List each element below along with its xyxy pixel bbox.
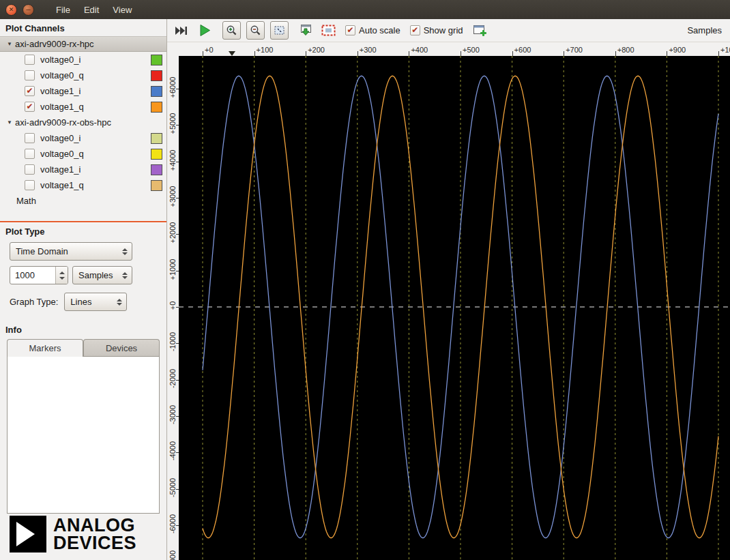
channel-label: voltage1_i [40,164,81,175]
channel-label: voltage0_q [40,149,84,159]
plot-channels-tree: ▼axi-adrv9009-rx-hpcvoltage0_ivoltage0_q… [0,36,166,193]
channel-label: voltage1_q [40,180,84,190]
channel-checkbox[interactable] [25,164,35,175]
x-tick-label: +600 [514,46,531,54]
capture-single-button[interactable] [174,26,188,35]
logo-line2: DEVICES [53,534,136,552]
plot-type-select[interactable]: Time Domain [10,242,132,261]
plot-area[interactable] [179,56,730,560]
x-tick [203,51,203,56]
auto-scale-label: Auto scale [359,25,400,35]
channel-row[interactable]: voltage0_i [0,52,166,68]
channel-row[interactable]: voltage1_q [0,177,166,193]
y-tick-label: +1000 [169,254,177,284]
x-tick-label: +200 [308,46,325,54]
y-tick-label: -7000 [169,545,177,560]
channel-row[interactable]: voltage1_i [0,162,166,177]
x-tick-label: +800 [617,46,634,54]
graph-type-select[interactable]: Lines [64,293,127,311]
channel-color-swatch [151,102,162,113]
zoom-out-button[interactable] [246,21,265,40]
expander-icon[interactable]: ▼ [4,119,15,126]
samples-axis-label: Samples [687,25,730,35]
y-tick-label: +4000 [169,145,177,175]
x-tick [718,51,719,56]
channel-row[interactable]: voltage0_q [0,68,166,83]
x-tick-label: +500 [463,46,480,54]
x-tick [667,51,667,56]
chevron-updown-icon [122,272,128,279]
fullscreen-button[interactable] [321,25,336,36]
channel-color-swatch [151,133,162,144]
x-tick-label: +900 [669,46,686,54]
channel-color-swatch [151,149,162,160]
y-tick-label: +5000 [169,108,177,138]
channel-color-swatch [151,55,162,65]
channel-checkbox[interactable]: ✔ [25,86,35,96]
menu-edit[interactable]: Edit [77,2,106,18]
chevron-updown-icon [117,299,122,306]
zoom-fit-button[interactable] [270,21,289,40]
save-capture-button[interactable] [298,24,313,37]
channel-checkbox[interactable] [25,149,35,159]
y-tick-label: +2000 [169,218,177,248]
plot-channels-title: Plot Channels [0,19,166,36]
channel-label: voltage0_i [40,133,81,143]
device-label: axi-adrv9009-rx-obs-hpc [15,117,111,128]
y-tick-label: +6000 [169,72,177,102]
auto-scale-checkbox[interactable]: ✔ [345,25,355,35]
channel-checkbox[interactable] [25,55,35,65]
sidebar: Plot Channels ▼axi-adrv9009-rx-hpcvoltag… [0,19,167,560]
show-grid-checkbox[interactable]: ✔ [410,25,420,35]
x-tick [564,51,564,56]
tree-device-row[interactable]: ▼axi-adrv9009-rx-obs-hpc [0,115,166,130]
tree-item-math[interactable]: Math [0,193,166,209]
channel-checkbox[interactable] [25,133,35,143]
x-tick [512,51,513,56]
channel-row[interactable]: ✔voltage1_q [0,99,166,115]
channel-checkbox[interactable] [25,70,35,80]
menu-file[interactable]: File [49,2,77,18]
markers-panel [7,356,160,514]
sample-unit-value: Samples [78,270,118,280]
plot-type-value: Time Domain [16,246,118,256]
minimize-button[interactable]: ─ [23,4,34,16]
expander-icon[interactable]: ▼ [4,41,15,47]
channel-row[interactable]: ✔voltage1_i [0,83,166,99]
play-button[interactable] [199,24,211,37]
x-ruler: +0+100+200+300+400+500+600+700+800+900+1… [179,42,730,56]
channel-color-swatch [151,70,162,81]
channel-row[interactable]: voltage0_i [0,130,166,146]
tree-device-row[interactable]: ▼axi-adrv9009-rx-hpc [0,36,166,52]
y-tick-label: -5000 [169,473,177,503]
osc-window: ✕ ─ File Edit View Plot Channels ▼axi-ad… [0,0,730,560]
tab-devices[interactable]: Devices [83,339,160,356]
channel-label: voltage1_i [40,86,81,96]
tab-markers[interactable]: Markers [7,339,83,357]
channel-checkbox[interactable] [25,180,35,190]
x-tick [254,51,255,56]
analog-devices-logo: ANALOG DEVICES [10,516,136,552]
x-tick-label: +300 [360,46,377,54]
info-title: Info [0,321,166,338]
channel-row[interactable]: voltage0_q [0,146,166,162]
sample-unit-select[interactable]: Samples [72,266,132,284]
x-tick [461,51,461,56]
spinner-buttons[interactable] [55,267,68,284]
y-tick-label: -4000 [169,436,177,466]
menu-view[interactable]: View [106,2,138,18]
close-button[interactable]: ✕ [5,4,17,16]
y-tick-label: -3000 [169,400,177,430]
zoom-in-button[interactable] [222,21,241,40]
x-tick [306,51,306,56]
channel-checkbox[interactable]: ✔ [25,102,35,112]
new-plot-button[interactable] [473,24,488,37]
y-tick-label: +3000 [169,181,177,211]
sample-count-spinner[interactable]: 1000 [10,266,68,284]
menubar: File Edit View [49,2,138,18]
graph-type-label: Graph Type: [10,297,58,307]
waveform-plot[interactable] [179,56,730,560]
toolbar: ✔ Auto scale ✔ Show grid Samples [167,19,730,42]
ruler-marker-icon[interactable] [229,51,235,56]
y-tick-label: -2000 [169,364,177,394]
